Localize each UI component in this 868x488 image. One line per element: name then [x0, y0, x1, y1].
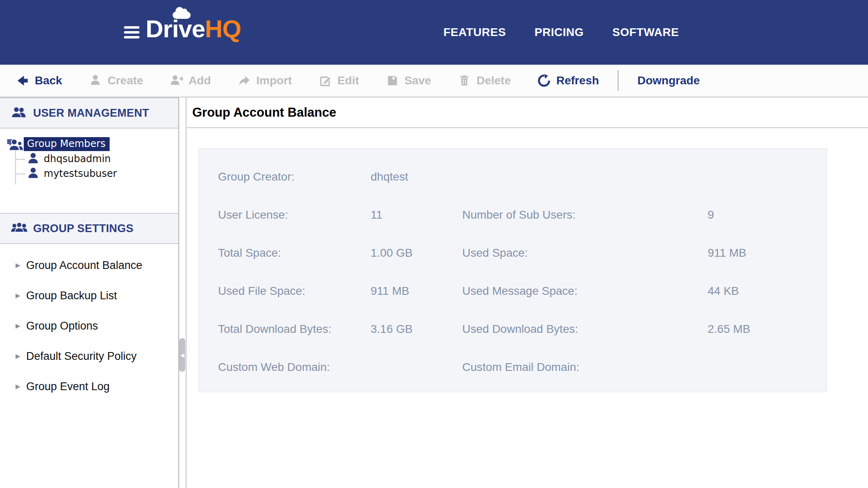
- delete-button[interactable]: Delete: [457, 74, 511, 88]
- save-button[interactable]: Save: [385, 74, 431, 88]
- used-message-space-value: 44 KB: [708, 285, 827, 298]
- menu-item-label: Group Account Balance: [26, 259, 142, 272]
- nav-pricing[interactable]: PRICING: [535, 26, 584, 39]
- person-icon: [88, 74, 102, 88]
- downgrade-label: Downgrade: [637, 74, 699, 87]
- expand-triangle-icon: ▶: [16, 262, 26, 269]
- edit-pencil-icon: [318, 74, 332, 88]
- tree-child-label: dhqsubadmin: [44, 153, 111, 165]
- panel-row: Total Download Bytes: 3.16 GB Used Downl…: [199, 310, 827, 348]
- logo-text-hq: HQ: [205, 15, 241, 43]
- user-tree: Group Members dhqsubadmin mytestsubuser: [0, 129, 178, 181]
- main-title-row: Group Account Balance: [187, 97, 868, 128]
- sidebar-spacer: [0, 181, 178, 213]
- menu-item-label: Group Options: [26, 320, 98, 332]
- hamburger-menu-icon[interactable]: [124, 26, 139, 38]
- cloud-icon: [173, 11, 191, 19]
- menu-item-label: Default Security Policy: [26, 350, 137, 363]
- add-button[interactable]: Add: [169, 74, 211, 88]
- back-button[interactable]: Back: [16, 74, 62, 88]
- user-management-header: USER MANAGEMENT: [0, 97, 178, 129]
- sidebar: USER MANAGEMENT Group Members dhqsubadmi…: [0, 97, 179, 488]
- main-content: Group Account Balance Group Creator: dhq…: [186, 97, 868, 488]
- user-license-value: 11: [371, 208, 462, 221]
- user-license-label: User License:: [218, 208, 371, 221]
- edit-button[interactable]: Edit: [318, 74, 359, 88]
- menu-item-label: Group Backup List: [26, 289, 117, 302]
- save-label: Save: [405, 74, 431, 87]
- tree-item-mytestsubuser[interactable]: mytestsubuser: [15, 166, 178, 181]
- group-settings-title: GROUP SETTINGS: [33, 222, 133, 235]
- panel-row: Used File Space: 911 MB Used Message Spa…: [199, 272, 827, 310]
- back-label: Back: [35, 74, 62, 87]
- person-icon: [26, 167, 40, 181]
- refresh-icon: [537, 74, 551, 88]
- tree-item-dhqsubadmin[interactable]: dhqsubadmin: [15, 151, 178, 166]
- total-download-bytes-value: 3.16 GB: [371, 323, 462, 336]
- page-title: Group Account Balance: [192, 105, 336, 120]
- group-creator-label: Group Creator:: [218, 170, 371, 183]
- menu-item-group-account-balance[interactable]: ▶ Group Account Balance: [16, 255, 178, 275]
- back-arrow-icon: [16, 74, 29, 88]
- panel-row: Custom Web Domain: Custom Email Domain:: [199, 348, 827, 386]
- menu-item-group-backup-list[interactable]: ▶ Group Backup List: [16, 286, 178, 305]
- person-icon: [26, 152, 40, 166]
- expand-triangle-icon: ▶: [16, 383, 26, 390]
- top-nav: FEATURES PRICING SOFTWARE: [443, 0, 679, 65]
- tree-root-label: Group Members: [24, 137, 110, 151]
- import-button[interactable]: Import: [237, 74, 292, 88]
- total-download-bytes-label: Total Download Bytes:: [218, 323, 371, 336]
- used-space-label: Used Space:: [462, 246, 708, 260]
- nav-software[interactable]: SOFTWARE: [612, 26, 679, 39]
- total-space-value: 1.00 GB: [371, 246, 462, 260]
- expand-triangle-icon: ▶: [16, 352, 26, 360]
- menu-item-label: Group Event Log: [26, 380, 110, 393]
- group-settings-header: GROUP SETTINGS: [0, 213, 178, 244]
- total-space-label: Total Space:: [218, 246, 371, 260]
- create-label: Create: [108, 74, 143, 87]
- collapse-left-icon: ◀: [180, 352, 184, 358]
- used-download-bytes-label: Used Download Bytes:: [462, 323, 708, 336]
- add-label: Add: [189, 74, 211, 87]
- import-label: Import: [256, 74, 292, 87]
- sidebar-splitter: ◀: [179, 97, 186, 488]
- panel-row: User License: 11 Number of Sub Users: 9: [199, 196, 827, 234]
- downgrade-button[interactable]: Downgrade: [637, 74, 699, 87]
- logo-text-drive: Drive: [146, 15, 205, 43]
- drivehq-logo[interactable]: DriveHQ: [146, 15, 241, 43]
- used-file-space-label: Used File Space:: [218, 285, 371, 298]
- group-creator-value: dhqtest: [371, 170, 462, 183]
- menu-item-default-security-policy[interactable]: ▶ Default Security Policy: [16, 346, 178, 366]
- panel-row: Total Space: 1.00 GB Used Space: 911 MB: [199, 234, 827, 272]
- tree-item-group-members[interactable]: Group Members: [6, 137, 178, 151]
- sub-users-value: 9: [708, 208, 827, 221]
- body-row: USER MANAGEMENT Group Members dhqsubadmi…: [0, 97, 868, 488]
- user-management-title: USER MANAGEMENT: [33, 107, 149, 120]
- trash-icon: [457, 74, 471, 88]
- custom-web-domain-label: Custom Web Domain:: [218, 361, 371, 374]
- expand-triangle-icon: ▶: [16, 292, 26, 299]
- account-balance-panel: Group Creator: dhqtest User License: 11 …: [198, 148, 827, 392]
- refresh-label: Refresh: [556, 74, 599, 87]
- floppy-icon: [385, 74, 399, 88]
- create-button[interactable]: Create: [88, 74, 143, 88]
- group-icon: [11, 221, 28, 236]
- used-download-bytes-value: 2.65 MB: [708, 323, 827, 336]
- used-message-space-label: Used Message Space:: [462, 285, 708, 298]
- person-plus-icon: [169, 74, 183, 88]
- sidebar-collapse-handle[interactable]: ◀: [179, 338, 185, 372]
- tree-child-label: mytestsubuser: [44, 168, 117, 179]
- tree-children: dhqsubadmin mytestsubuser: [15, 151, 178, 181]
- import-arrow-icon: [237, 74, 251, 88]
- menu-item-group-event-log[interactable]: ▶ Group Event Log: [16, 377, 178, 396]
- app-header: DriveHQ FEATURES PRICING SOFTWARE: [0, 0, 868, 65]
- refresh-button[interactable]: Refresh: [537, 74, 599, 88]
- delete-label: Delete: [477, 74, 511, 87]
- nav-features[interactable]: FEATURES: [443, 26, 506, 39]
- used-file-space-value: 911 MB: [371, 285, 462, 298]
- menu-item-group-options[interactable]: ▶ Group Options: [16, 316, 178, 336]
- panel-row: Group Creator: dhqtest: [199, 158, 827, 196]
- used-space-value: 911 MB: [708, 246, 827, 260]
- expand-triangle-icon: ▶: [16, 322, 26, 330]
- edit-label: Edit: [337, 74, 359, 87]
